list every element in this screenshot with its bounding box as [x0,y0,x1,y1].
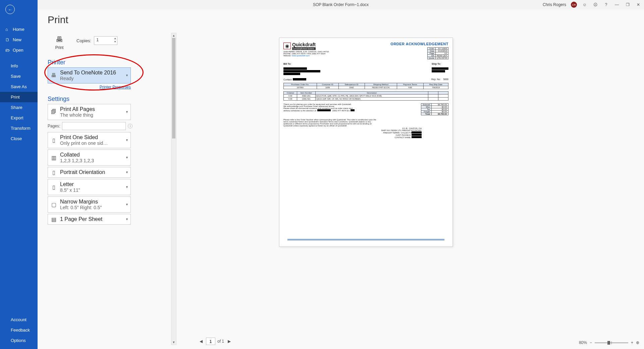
face-smile-icon[interactable]: ☺ [582,2,588,7]
doc-title: ORDER ACKNOWLEDGEMENT [390,42,448,46]
zoom-slider[interactable] [595,342,628,343]
ship-info: F.O.B.: CANTON, OH SHIP VIA: FEDEX LTL F… [283,127,422,138]
avatar[interactable]: CR [571,2,577,8]
scrollbar-thumb[interactable] [172,38,175,138]
nav-options[interactable]: Options [0,335,38,346]
face-sad-icon[interactable]: ☹ [592,2,598,7]
pages-input[interactable] [62,122,126,130]
scroll-down-icon[interactable]: ▼ [171,341,176,344]
zoom-in-button[interactable]: + [631,340,633,345]
nav-saveas[interactable]: Save As [0,81,38,92]
title-bar: SOP Blank Order Form~1.docx Chris Rogers… [38,0,644,9]
page-total: of 1 [217,339,224,344]
margins-icon: ▢ [50,201,57,208]
zoom-out-button[interactable]: − [590,340,592,345]
open-icon: 🗁 [5,48,10,53]
pages-icon: 🗐 [50,109,57,115]
pages-label: Pages: [48,124,60,128]
settings-section-label: Settings [48,96,168,103]
nav-transform[interactable]: Transform [0,123,38,133]
portrait-icon: ▯ [50,169,57,176]
backstage-nav: ← ⌂Home 🗋New 🗁Open Info Save Save As Pri… [0,0,38,349]
terms-text: Please refer to the Order Number when co… [283,115,379,127]
copies-label: Copies: [76,38,91,43]
home-icon: ⌂ [5,27,10,32]
copies-stepper[interactable]: 1 ▲▼ [94,36,117,45]
nav-home[interactable]: ⌂Home [0,24,38,35]
help-icon[interactable]: ? [603,2,609,7]
back-button[interactable]: ← [5,5,15,14]
nav-info[interactable]: Info [0,61,38,71]
collate-icon: ▥ [50,155,57,161]
chevron-down-icon: ▼ [125,138,128,142]
orientation-dropdown[interactable]: ▯ Portrait Orientation ▼ [48,167,131,178]
nav-new[interactable]: 🗋New [0,35,38,45]
scroll-up-icon[interactable]: ▲ [171,34,176,37]
sides-dropdown[interactable]: ▯ Print One Sided Only print on one sid…… [48,132,131,148]
close-icon[interactable]: ✕ [635,2,641,7]
spinner-icon[interactable]: ▲▼ [114,37,116,44]
current-page-input[interactable] [206,338,215,345]
order-meta-table: OrderSO-16350 Date6/10/2019 Page1/1 Job4… [427,47,448,59]
next-page-button[interactable]: ▶ [226,339,232,344]
footer-bar [287,239,444,240]
collate-dropdown[interactable]: ▥ Collated 1,2,3 1,2,3 1,2,3 ▼ [48,150,131,166]
nav-save[interactable]: Save [0,71,38,81]
page-title: Print [38,9,644,30]
page-navigator: ◀ of 1 ▶ [198,338,232,345]
margins-dropdown[interactable]: ▢ Narrow Margins Left: 0.5" Right: 0.5" … [48,196,131,213]
prev-page-button[interactable]: ◀ [198,339,204,344]
company-address: 1525 PERRY DRIVE, S.W. CANTON, OHIO 4471… [283,51,329,57]
page-icon: ▯ [50,137,57,143]
printer-device-icon: 🖶 [50,72,57,78]
nav-open[interactable]: 🗁Open [0,45,38,55]
fit-page-button[interactable]: ⊕ [636,340,639,345]
chevron-down-icon: ▼ [125,218,128,221]
chevron-down-icon: ▼ [125,110,128,114]
user-name: Chris Rogers [543,2,566,7]
thank-you-text: Thank you for placing your order for equ… [283,103,379,112]
totals-table: Subtotal$6,760.00 Misc$0.00 Tax$0.00 Fre… [421,103,448,115]
backstage-main: Print 🖶 Print Copies: 1 ▲▼ Printer 🖶 Sen… [38,9,644,349]
zoom-controls: 80% − + ⊕ [579,340,639,345]
user-area: Chris Rogers CR ☺ ☹ ? — ❐ ✕ [543,2,641,8]
info-icon[interactable]: i [128,124,132,128]
chevron-down-icon: ▼ [125,185,128,189]
order-header-table: Purchase Order No.Customer IDSalesperson… [283,83,448,89]
new-icon: 🗋 [5,37,10,42]
printer-section-label: Printer [48,59,168,66]
company-logo: ◉ Quickdraft Conveying/Exhaust Systems [283,42,329,50]
zoom-percent: 80% [579,340,587,345]
paper-size-dropdown[interactable]: ▯ Letter 8.5" x 11" ▼ [48,179,131,195]
chevron-down-icon: ▼ [125,171,128,174]
nav-close[interactable]: Close [0,133,38,144]
chevron-down-icon: ▼ [125,203,128,206]
back-area: ← [0,0,38,17]
arrow-left-icon: ← [8,7,12,12]
settings-scrollbar[interactable]: ▲ ▼ [171,33,176,345]
page-size-icon: ▯ [50,184,57,190]
print-preview-page: ◉ Quickdraft Conveying/Exhaust Systems 1… [279,38,453,247]
printer-properties-link[interactable]: Printer Properties [100,85,131,90]
pages-per-sheet-dropdown[interactable]: ▤ 1 Page Per Sheet ▼ [48,214,131,225]
minimize-icon[interactable]: — [614,2,620,7]
nav-account[interactable]: Account [0,314,38,325]
chevron-down-icon: ▼ [125,156,128,159]
printer-dropdown[interactable]: 🖶 Send To OneNote 2016 Ready ▼ [48,67,131,83]
order-lines-table: OrderedItem NumberDescription 4.003360-2… [283,91,448,101]
document-title: SOP Blank Order Form~1.docx [313,2,369,7]
sheet-icon: ▤ [50,216,57,223]
logo-icon: ◉ [283,43,291,49]
print-range-dropdown[interactable]: 🗐 Print All Pages The whole thing ▼ [48,104,131,120]
restore-icon[interactable]: ❐ [625,2,631,7]
nav-feedback[interactable]: Feedback [0,325,38,335]
print-settings-column: 🖶 Print Copies: 1 ▲▼ Printer 🖶 Send To O… [48,33,168,226]
nav-print[interactable]: Print [0,92,38,102]
chevron-down-icon: ▼ [125,74,128,77]
print-button[interactable]: 🖶 Print [48,33,71,53]
nav-share[interactable]: Share [0,102,38,113]
nav-export[interactable]: Export [0,113,38,123]
printer-icon: 🖶 [48,35,71,44]
